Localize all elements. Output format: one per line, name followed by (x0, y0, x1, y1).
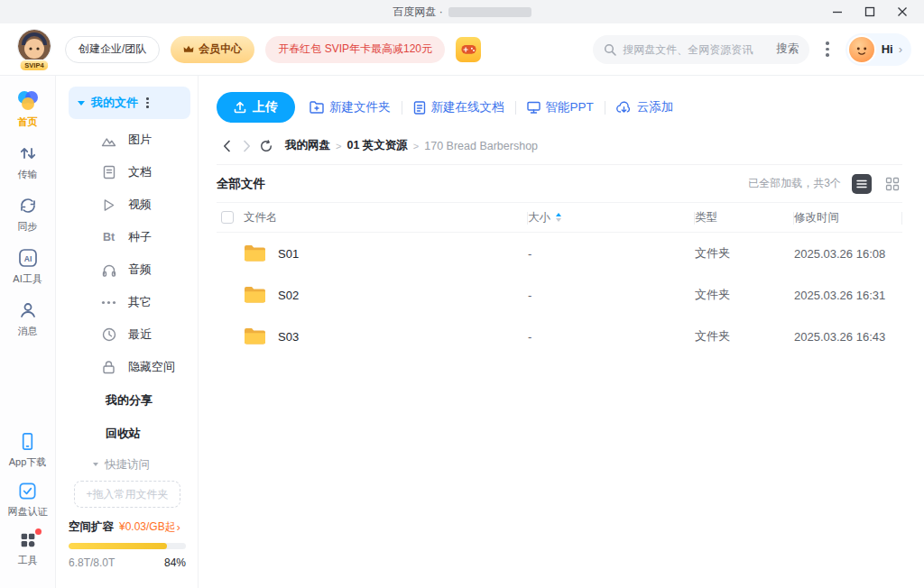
file-name[interactable]: S03 (278, 330, 299, 344)
rail-item-home[interactable]: 首页 (16, 88, 40, 129)
file-list-header-right: 已全部加载，共3个 (748, 174, 902, 194)
column-header-name[interactable]: 文件名 (244, 203, 528, 232)
bt-icon: Bt (101, 231, 116, 243)
sidebar-item-documents[interactable]: 文档 (69, 156, 190, 188)
svg-text:AI: AI (23, 254, 32, 263)
sidebar-item-my-files[interactable]: 我的文件 (69, 87, 190, 119)
more-menu-icon[interactable] (820, 38, 835, 60)
forward-button[interactable] (236, 140, 256, 152)
search-box[interactable]: 搜索 (593, 35, 809, 64)
list-view-toggle[interactable] (852, 174, 872, 194)
sidebar-item-label: 文档 (128, 164, 152, 180)
rail-label: 传输 (18, 168, 38, 181)
titlebar[interactable]: 百度网盘 · (0, 0, 924, 23)
column-header-size[interactable]: 大小 (528, 203, 695, 232)
cloud-add-button[interactable]: 云添加 (616, 99, 674, 115)
account-avatar[interactable]: SVIP4 (14, 28, 54, 71)
sidebar-item-videos[interactable]: 视频 (69, 188, 190, 221)
file-name[interactable]: S01 (278, 247, 299, 261)
rail-item-transfer[interactable]: 传输 (17, 142, 39, 181)
sidebar-item-recent[interactable]: 最近 (69, 318, 190, 351)
game-icon[interactable] (456, 37, 481, 62)
select-all-checkbox[interactable] (221, 211, 234, 224)
folder-icon (244, 327, 266, 345)
window-controls (821, 0, 919, 23)
expand-storage-price: ¥0.03/GB起 › (119, 519, 180, 535)
close-button[interactable] (886, 0, 919, 23)
refresh-button[interactable] (256, 140, 276, 152)
back-button[interactable] (217, 140, 236, 152)
app-title-text: 百度网盘 · (393, 5, 442, 20)
breadcrumb: 我的网盘 > 01 英文资源 > 170 Bread Barbershop (285, 138, 538, 153)
rail-item-messages[interactable]: 消息 (17, 299, 39, 338)
member-center-button[interactable]: 会员中心 (171, 36, 254, 63)
folder-icon (244, 244, 266, 262)
table-row[interactable]: S01 - 文件夹 2025.03.26 16:08 (217, 233, 902, 274)
rail-item-ai-tools[interactable]: AI AI工具 (13, 247, 42, 286)
rail-item-tools[interactable]: 工具 (18, 530, 38, 567)
videos-icon (103, 198, 115, 212)
chevron-right-icon: › (177, 521, 180, 534)
new-online-doc-label: 新建在线文档 (431, 99, 504, 115)
my-files-menu-icon[interactable] (146, 97, 149, 108)
rail-label: 同步 (18, 220, 38, 234)
online-doc-icon (413, 101, 426, 115)
new-online-doc-button[interactable]: 新建在线文档 (413, 99, 504, 115)
chevron-right-icon: › (899, 42, 902, 56)
sidebar-item-recycle-bin[interactable]: 回收站 (69, 417, 190, 450)
sidebar-item-hidden-space[interactable]: 隐藏空间 (69, 351, 190, 383)
rail-item-certification[interactable]: 网盘认证 (8, 481, 48, 519)
sidebar-item-others[interactable]: 其它 (69, 286, 190, 318)
new-folder-icon (310, 101, 324, 114)
expand-storage-label: 空间扩容 (69, 519, 114, 535)
table-header: 文件名 大小 类型 修改时间 (217, 202, 902, 233)
search-button[interactable]: 搜索 (776, 41, 799, 57)
breadcrumb-item[interactable]: 我的网盘 (285, 138, 330, 153)
app-body: 首页 传输 同步 AI AI工具 (0, 76, 924, 588)
chevron-right-icon (243, 140, 251, 152)
refresh-icon (260, 140, 273, 152)
caret-down-icon (78, 101, 85, 106)
smart-ppt-button[interactable]: 智能PPT (527, 99, 594, 115)
rail-item-app-download[interactable]: App下载 (9, 431, 47, 469)
upload-label: 上传 (253, 99, 278, 115)
user-profile[interactable]: Hi › (845, 33, 911, 66)
breadcrumb-item[interactable]: 01 英文资源 (346, 138, 407, 153)
sidebar-item-pictures[interactable]: 图片 (69, 124, 190, 156)
documents-icon (103, 165, 116, 179)
maximize-button[interactable] (854, 0, 886, 23)
upload-button[interactable]: 上传 (217, 92, 295, 123)
sidebar-item-my-shares[interactable]: 我的分享 (69, 383, 190, 417)
audio-icon (102, 263, 116, 277)
account-avatar-image (17, 29, 51, 63)
file-type: 文件夹 (695, 328, 794, 345)
search-input[interactable] (623, 43, 770, 56)
file-type: 文件夹 (695, 287, 794, 303)
expand-storage-link[interactable]: 空间扩容 ¥0.03/GB起 › (69, 519, 190, 535)
user-avatar (847, 35, 876, 64)
sidebar-item-audio[interactable]: 音频 (69, 253, 190, 286)
file-list-header: 全部文件 已全部加载，共3个 (217, 164, 902, 202)
sidebar-item-torrents[interactable]: Bt 种子 (69, 221, 190, 253)
table-row[interactable]: S02 - 文件夹 2025.03.26 16:31 (217, 274, 902, 316)
promo-banner[interactable]: 开春红包 SVIP年卡最高减120元 (265, 36, 445, 63)
sidebar-item-quick-access[interactable]: 快捷访问 (69, 450, 190, 479)
column-header-type[interactable]: 类型 (695, 203, 794, 232)
create-team-button[interactable]: 创建企业/团队 (65, 36, 160, 63)
rail-item-sync[interactable]: 同步 (17, 195, 39, 234)
new-folder-button[interactable]: 新建文件夹 (310, 99, 391, 115)
sort-icon[interactable] (556, 213, 561, 222)
drag-folder-dropzone[interactable]: +拖入常用文件夹 (74, 481, 180, 508)
file-size: - (528, 289, 695, 302)
toolbar-actions: 新建文件夹 新建在线文档 智能PPT (310, 99, 673, 115)
minimize-button[interactable] (821, 0, 854, 23)
column-header-modified[interactable]: 修改时间 (794, 203, 902, 232)
member-center-label: 会员中心 (199, 41, 242, 57)
file-size: - (528, 330, 695, 344)
file-type: 文件夹 (695, 245, 794, 262)
file-name[interactable]: S02 (278, 289, 299, 302)
recycle-bin-label: 回收站 (106, 426, 141, 442)
table-row[interactable]: S03 - 文件夹 2025.03.26 16:43 (217, 316, 902, 357)
grid-view-toggle[interactable] (882, 174, 902, 194)
rail-label: 网盘认证 (8, 505, 48, 519)
